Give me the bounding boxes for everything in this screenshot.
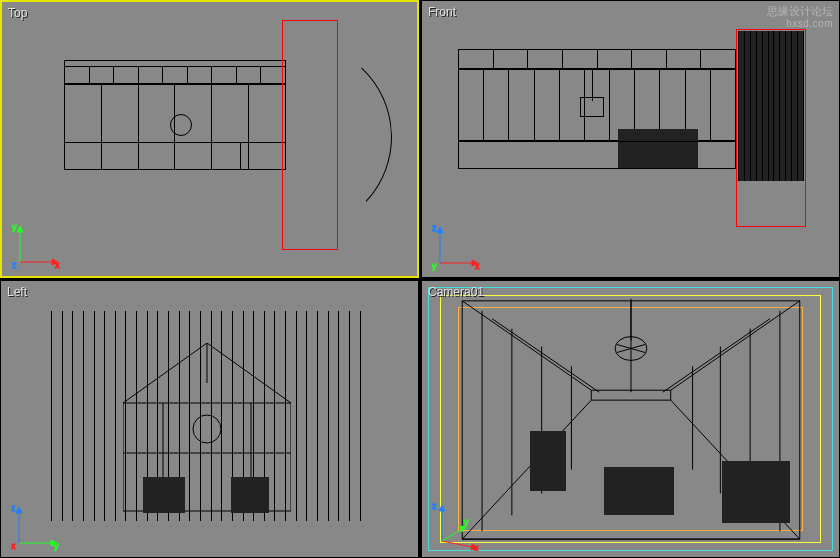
svg-text:z: z — [432, 501, 437, 511]
svg-text:z: z — [11, 503, 16, 513]
floor-band[interactable] — [458, 141, 736, 169]
svg-text:x: x — [11, 541, 16, 551]
svg-line-53 — [442, 529, 462, 541]
furniture-left-b[interactable] — [231, 477, 269, 513]
svg-text:y: y — [12, 222, 17, 232]
svg-marker-10 — [437, 227, 443, 233]
viewport-grid: Top x y z Front 思缘设计论坛 hxsd.com — [0, 0, 840, 558]
selection-bbox[interactable] — [282, 20, 338, 250]
viewport-label-top: Top — [8, 6, 27, 20]
svg-marker-23 — [16, 507, 22, 513]
svg-text:z: z — [432, 223, 437, 233]
furniture-left-a[interactable] — [143, 477, 185, 513]
chandelier-front[interactable] — [580, 97, 604, 117]
viewport-label-left: Left — [7, 285, 27, 299]
viewport-camera[interactable]: Camera01 — [421, 280, 840, 558]
svg-marker-3 — [17, 226, 23, 232]
svg-text:x: x — [475, 261, 480, 271]
svg-text:y: y — [54, 541, 59, 551]
svg-line-36 — [663, 319, 770, 392]
axis-gizmo-top: x y z — [12, 220, 62, 270]
cornice-slots — [458, 49, 736, 69]
viewport-left[interactable]: Left y z x — [0, 280, 419, 558]
viewport-front[interactable]: Front 思缘设计论坛 hxsd.com x z y — [421, 0, 840, 278]
watermark-text: 思缘设计论坛 — [767, 5, 833, 18]
axis-gizmo-camera: x z y — [432, 501, 482, 551]
watermark-url: hxsd.com — [767, 18, 833, 30]
axis-gizmo-left: y z x — [11, 501, 61, 551]
svg-text:x: x — [474, 543, 479, 551]
selection-bbox-front[interactable] — [736, 29, 806, 227]
svg-line-49 — [442, 541, 472, 547]
cabinet-right[interactable] — [722, 461, 790, 523]
svg-marker-52 — [439, 505, 445, 511]
axis-gizmo-front: x z y — [432, 221, 482, 271]
watermark: 思缘设计论坛 hxsd.com — [767, 5, 833, 30]
svg-text:y: y — [464, 517, 469, 527]
viewport-label-front: Front — [428, 5, 456, 19]
viewport-top[interactable]: Top x y z — [0, 0, 419, 278]
svg-point-19 — [193, 415, 221, 443]
svg-text:x: x — [55, 260, 60, 270]
table-persp[interactable] — [604, 467, 674, 515]
svg-text:z: z — [12, 260, 17, 270]
svg-text:y: y — [432, 261, 437, 271]
viewport-label-camera: Camera01 — [428, 285, 484, 299]
panel-left[interactable] — [530, 431, 566, 491]
chandelier-top[interactable] — [170, 114, 192, 136]
svg-line-35 — [492, 319, 599, 392]
